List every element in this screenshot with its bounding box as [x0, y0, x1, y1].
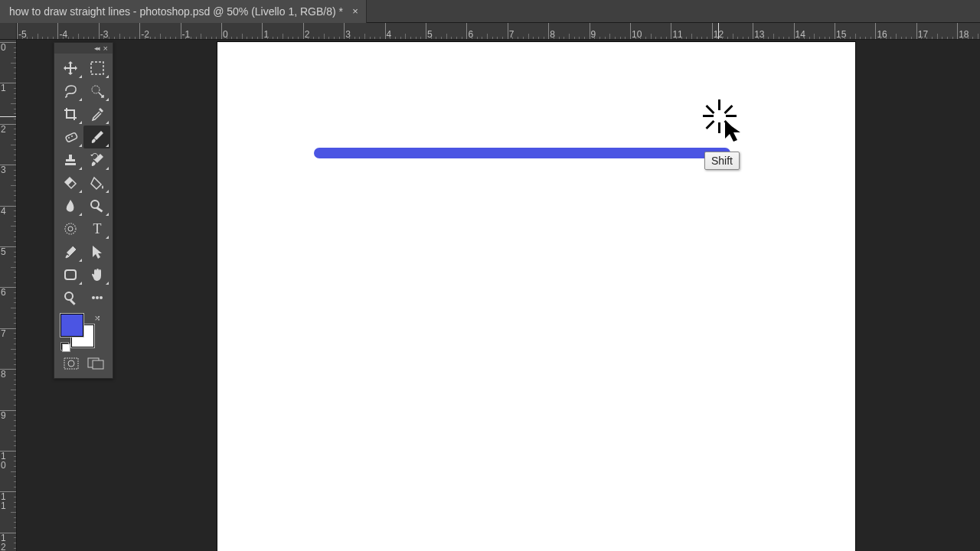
zoom-tool[interactable] — [57, 286, 83, 309]
crop-tool[interactable] — [57, 103, 83, 126]
svg-point-5 — [71, 135, 73, 137]
document-canvas[interactable] — [217, 42, 855, 551]
direct-select-tool[interactable] — [83, 240, 110, 263]
patch-tool[interactable] — [57, 126, 83, 148]
svg-point-21 — [68, 360, 74, 367]
brush-tool[interactable] — [83, 126, 110, 148]
drawn-line-stroke — [314, 148, 730, 158]
ruler-origin-corner[interactable] — [0, 23, 17, 40]
blur-tool[interactable] — [57, 194, 83, 217]
dodge-tool[interactable] — [83, 194, 110, 217]
svg-point-17 — [92, 296, 95, 299]
history-brush-tool[interactable] — [83, 148, 110, 171]
pen-group[interactable] — [57, 217, 83, 240]
svg-marker-7 — [90, 155, 93, 156]
path-select-tool[interactable] — [57, 240, 83, 263]
svg-point-19 — [100, 296, 103, 299]
svg-rect-9 — [96, 207, 103, 213]
lasso-tool[interactable] — [57, 80, 83, 103]
horizontal-ruler[interactable]: -5-4-3-2-10123456789101112131415161718 — [17, 23, 980, 40]
vertical-ruler[interactable]: 01234567891 01 11 21 3 — [0, 40, 17, 551]
close-icon[interactable]: × — [351, 7, 360, 16]
svg-rect-23 — [93, 360, 103, 369]
document-tab-bar: how to draw straight lines - photoshop.p… — [0, 0, 980, 23]
screen-mode-icon[interactable] — [84, 355, 107, 372]
marquee-tool[interactable] — [83, 57, 110, 80]
quick-select-tool[interactable] — [83, 80, 110, 103]
svg-marker-13 — [93, 246, 102, 259]
svg-point-10 — [65, 223, 76, 234]
shift-key-badge: Shift — [704, 152, 740, 170]
svg-rect-3 — [65, 132, 77, 142]
color-swatches: ⤭ — [60, 314, 106, 352]
default-colors-icon[interactable] — [60, 342, 70, 352]
bucket-tool[interactable] — [83, 171, 110, 194]
document-tab[interactable]: how to draw straight lines - photoshop.p… — [0, 0, 367, 23]
svg-rect-16 — [69, 299, 75, 305]
type-tool[interactable]: T — [83, 217, 110, 240]
collapse-panel-icon[interactable]: ◂◂ — [94, 44, 99, 52]
svg-point-4 — [68, 137, 70, 139]
svg-point-15 — [65, 292, 73, 300]
hand-tool[interactable] — [83, 263, 110, 286]
more-tools[interactable] — [83, 286, 110, 309]
foreground-color-swatch[interactable] — [60, 314, 83, 337]
move-tool[interactable] — [57, 57, 83, 80]
canvas-workspace — [17, 40, 980, 551]
svg-point-8 — [91, 201, 99, 208]
close-panel-icon[interactable]: × — [103, 44, 108, 53]
tools-panel-header: ◂◂ × — [54, 43, 113, 54]
eyedropper-tool[interactable] — [83, 103, 110, 126]
stamp-tool[interactable] — [57, 148, 83, 171]
eraser-tool[interactable] — [57, 171, 83, 194]
svg-rect-6 — [65, 163, 76, 165]
document-tab-title: how to draw straight lines - photoshop.p… — [9, 5, 343, 18]
svg-rect-1 — [91, 62, 103, 74]
tools-panel[interactable]: ◂◂ × T ⤭ — [54, 42, 113, 379]
shape-tool[interactable] — [57, 263, 83, 286]
svg-rect-14 — [65, 270, 76, 279]
svg-point-18 — [96, 296, 99, 299]
svg-point-2 — [92, 86, 100, 93]
quick-mask-icon[interactable] — [60, 355, 83, 372]
svg-text:T: T — [93, 221, 101, 236]
svg-point-11 — [68, 227, 73, 231]
svg-rect-20 — [64, 358, 78, 369]
swap-colors-icon[interactable]: ⤭ — [94, 314, 100, 322]
